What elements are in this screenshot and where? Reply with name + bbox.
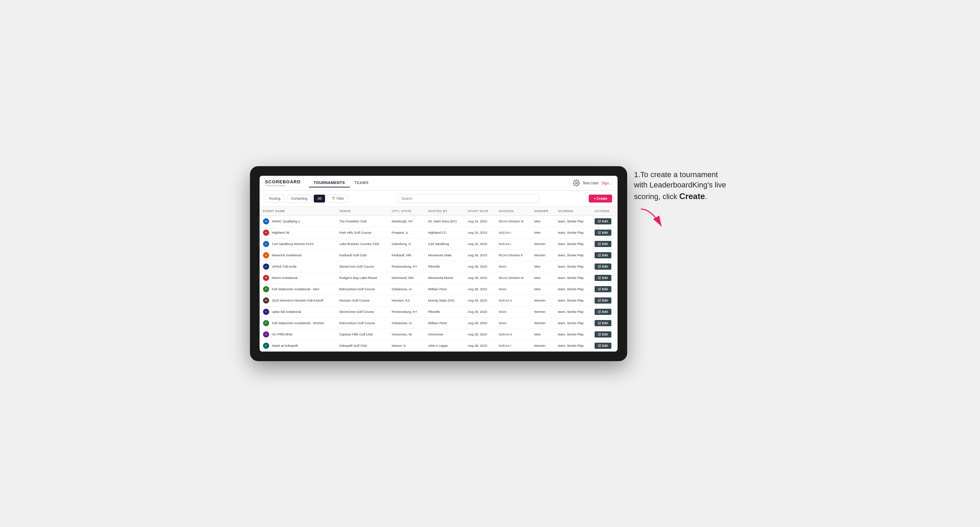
annotation-text: 1.To create a tournament with Leaderboar… bbox=[634, 170, 730, 202]
page-wrapper: SCOREBOARD Powered by Clippit TOURNAMENT… bbox=[250, 166, 730, 361]
cell-division-4: NAIA bbox=[495, 261, 531, 272]
team-icon-6: F bbox=[263, 286, 269, 292]
cell-city-7: Hesston, KS bbox=[388, 295, 425, 306]
edit-icon-7 bbox=[598, 299, 601, 302]
cell-event-name-1: H Highland 36 bbox=[259, 227, 336, 238]
edit-button-9[interactable]: Edit bbox=[595, 320, 611, 326]
event-name-text-0: MSMC Qualifying 1 bbox=[272, 219, 300, 223]
cell-gender-11: Women bbox=[531, 340, 554, 351]
cell-scoring-2: team, Stroke Play bbox=[554, 238, 591, 249]
cell-gender-0: Men bbox=[531, 216, 554, 227]
cell-scoring-3: team, Stroke Play bbox=[554, 249, 591, 261]
edit-button-10[interactable]: Edit bbox=[595, 331, 611, 338]
event-name-text-10: VU PREVIEW bbox=[272, 332, 293, 336]
annotation-arrow bbox=[634, 206, 675, 233]
cell-gender-9: Women bbox=[531, 317, 554, 329]
edit-button-6[interactable]: Edit bbox=[595, 286, 611, 292]
cell-gender-4: Men bbox=[531, 261, 554, 272]
event-name-text-6: Fall Statesmen Invitational - Men bbox=[272, 287, 319, 291]
cell-gender-3: Women bbox=[531, 249, 554, 261]
cell-scoring-11: team, Stroke Play bbox=[554, 340, 591, 351]
edit-icon-0 bbox=[598, 220, 601, 223]
edit-icon-6 bbox=[598, 287, 601, 290]
cell-scoring-8: team, Stroke Play bbox=[554, 306, 591, 317]
filter-icon-btn[interactable]: Filter bbox=[328, 195, 348, 203]
filter-all-btn[interactable]: All bbox=[314, 195, 325, 203]
filter-icon bbox=[332, 197, 335, 200]
cell-city-0: Newburgh, NY bbox=[388, 216, 425, 227]
cell-event-name-6: F Fall Statesmen Invitational - Men bbox=[259, 283, 336, 295]
team-icon-2: C bbox=[263, 241, 269, 247]
table-row: U UPIKE Fall Invite StoneCrest Golf Cour… bbox=[259, 261, 617, 272]
edit-button-8[interactable]: Edit bbox=[595, 309, 611, 315]
event-name-text-4: UPIKE Fall Invite bbox=[272, 265, 297, 268]
cell-division-0: NCAA Division III bbox=[495, 216, 531, 227]
cell-city-8: Prestonsburg, KY bbox=[388, 306, 425, 317]
cell-division-5: NCAA Division III bbox=[495, 272, 531, 283]
cell-hosted-8: Pikeville bbox=[425, 306, 464, 317]
cell-hosted-6: William Penn bbox=[425, 283, 464, 295]
cell-city-10: Vincennes, IN bbox=[388, 329, 425, 340]
event-name-text-1: Highland 36 bbox=[272, 230, 290, 234]
cell-venue-2: Lake Bracken Country Club bbox=[336, 238, 388, 249]
edit-button-2[interactable]: Edit bbox=[595, 241, 611, 247]
search-wrapper bbox=[351, 194, 586, 203]
cell-city-4: Prestonsburg, KY bbox=[388, 261, 425, 272]
cell-hosted-11: John A Logan bbox=[425, 340, 464, 351]
edit-button-3[interactable]: Edit bbox=[595, 252, 611, 258]
cell-date-7: Aug 28, 2023 bbox=[464, 295, 495, 306]
table-row: C Carl Sandburg Women FA23 Lake Bracken … bbox=[259, 238, 617, 249]
cell-venue-11: Kokopelli Golf Club bbox=[336, 340, 388, 351]
cell-actions-10: Edit bbox=[591, 329, 617, 340]
edit-button-4[interactable]: Edit bbox=[595, 264, 611, 270]
filter-competing-btn[interactable]: Competing bbox=[287, 195, 311, 203]
annotation-period: . bbox=[705, 192, 707, 201]
table-header: EVENT NAME VENUE CITY, STATE HOSTED BY S… bbox=[259, 206, 617, 216]
table-row: F Fall Statesmen Invitational - Women Ed… bbox=[259, 317, 617, 329]
app-header: SCOREBOARD Powered by Clippit TOURNAMENT… bbox=[259, 176, 617, 191]
table-row: K Klash at Kokopelli Kokopelli Golf Club… bbox=[259, 340, 617, 351]
settings-icon[interactable] bbox=[573, 179, 580, 186]
user-label: Test User bbox=[582, 181, 598, 185]
table-row: U upike fall invitational StoneCrest Gol… bbox=[259, 306, 617, 317]
cell-hosted-3: Minnesota State bbox=[425, 249, 464, 261]
cell-venue-10: Cypress Hills Golf Club bbox=[336, 329, 388, 340]
edit-icon-9 bbox=[598, 321, 601, 324]
edit-button-1[interactable]: Edit bbox=[595, 230, 611, 236]
cell-gender-10: Men bbox=[531, 329, 554, 340]
nav-tab-teams[interactable]: TEAMS bbox=[350, 179, 374, 187]
create-button[interactable]: + Create bbox=[589, 195, 612, 203]
edit-icon-4 bbox=[598, 265, 601, 268]
cell-event-name-9: F Fall Statesmen Invitational - Women bbox=[259, 317, 336, 329]
nav-tab-tournaments[interactable]: TOURNAMENTS bbox=[309, 179, 350, 187]
event-name-text-5: Morris Invitational bbox=[272, 276, 297, 279]
edit-button-11[interactable]: Edit bbox=[595, 343, 611, 349]
cell-actions-7: Edit bbox=[591, 295, 617, 306]
team-icon-8: U bbox=[263, 309, 269, 315]
cell-venue-8: StoneCrest Golf Course bbox=[336, 306, 388, 317]
cell-division-11: NJCAA I bbox=[495, 340, 531, 351]
cell-venue-7: Hesston Golf Course bbox=[336, 295, 388, 306]
edit-button-7[interactable]: Edit bbox=[595, 297, 611, 303]
cell-hosted-4: Pikeville bbox=[425, 261, 464, 272]
search-input[interactable] bbox=[398, 194, 539, 203]
edit-button-0[interactable]: Edit bbox=[595, 218, 611, 224]
tablet-frame: SCOREBOARD Powered by Clippit TOURNAMENT… bbox=[250, 166, 627, 361]
filter-hosting-btn[interactable]: Hosting bbox=[265, 195, 284, 203]
team-icon-9: F bbox=[263, 320, 269, 326]
svg-marker-1 bbox=[332, 197, 335, 200]
cell-gender-8: Women bbox=[531, 306, 554, 317]
cell-scoring-7: team, Stroke Play bbox=[554, 295, 591, 306]
cell-venue-1: Park Hills Golf Course bbox=[336, 227, 388, 238]
cell-hosted-0: Mt. Saint Mary (NY) bbox=[425, 216, 464, 227]
cell-date-5: Aug 28, 2023 bbox=[464, 272, 495, 283]
col-start-date: START DATE bbox=[464, 206, 495, 216]
edit-button-5[interactable]: Edit bbox=[595, 275, 611, 281]
cell-venue-3: Faribault Golf Club bbox=[336, 249, 388, 261]
cell-gender-5: Men bbox=[531, 272, 554, 283]
event-name-text-11: Klash at Kokopelli bbox=[272, 344, 298, 348]
cell-date-6: Aug 28, 2023 bbox=[464, 283, 495, 295]
cell-event-name-8: U upike fall invitational bbox=[259, 306, 336, 317]
sign-out-link[interactable]: Sign... bbox=[601, 181, 612, 185]
cell-scoring-9: team, Stroke Play bbox=[554, 317, 591, 329]
